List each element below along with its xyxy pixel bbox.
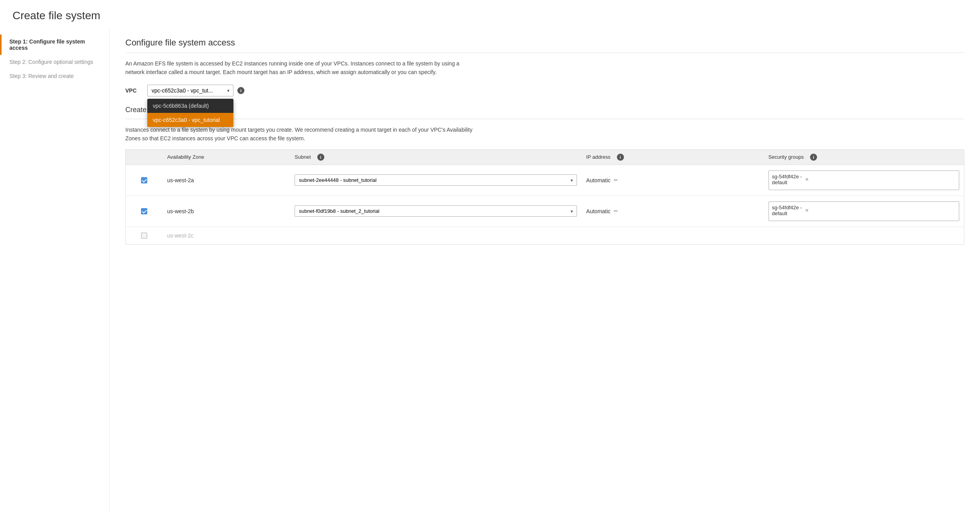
sidebar: Step 1: Configure file system access Ste… xyxy=(0,28,110,512)
sidebar-item-step3[interactable]: Step 3: Review and create xyxy=(0,69,109,83)
row3-subnet-cell xyxy=(290,227,581,244)
row1-sg-text: sg-54fdf42e -default xyxy=(772,174,802,185)
row2-sg-cell: sg-54fdf42e -default ✕ xyxy=(764,196,964,227)
row1-sg-container: sg-54fdf42e -default ✕ xyxy=(768,170,959,190)
row2-sg-text: sg-54fdf42e -default xyxy=(772,205,802,216)
row1-sg-cell: sg-54fdf42e -default ✕ xyxy=(764,165,964,196)
table-row: us-west-2a subnet-2ee44448 - subnet_tuto… xyxy=(126,165,964,196)
row2-sg-container: sg-54fdf42e -default ✕ xyxy=(768,201,959,221)
table-header-row: Availability Zone Subnet i IP address i xyxy=(126,149,964,165)
vpc-dropdown: vpc-5c6b863a (default) vpc-c652c3a0 - vp… xyxy=(147,99,233,127)
sidebar-item-step2[interactable]: Step 2: Configure optional settings xyxy=(0,55,109,69)
col-check-header xyxy=(126,149,163,165)
row2-az-text: us-west-2b xyxy=(167,208,194,214)
col-subnet-header: Subnet i xyxy=(290,149,581,165)
row2-ip-cell: Automatic ✏ xyxy=(582,196,764,227)
row3-az-text: us-west-2c xyxy=(167,232,194,239)
vpc-option-tutorial[interactable]: vpc-c652c3a0 - vpc_tutorial xyxy=(147,113,233,127)
row3-az-cell: us-west-2c xyxy=(163,227,290,244)
mount-section-title: Create mount targets xyxy=(125,106,964,114)
vpc-option-default[interactable]: vpc-5c6b863a (default) xyxy=(147,99,233,113)
row3-check-cell xyxy=(126,227,163,244)
vpc-info-icon[interactable]: i xyxy=(237,87,244,94)
row2-az-cell: us-west-2b xyxy=(163,196,290,227)
sidebar-item-step1[interactable]: Step 1: Configure file system access xyxy=(0,34,109,55)
vpc-select[interactable]: vpc-c652c3a0 - vpc_tut... xyxy=(147,85,233,96)
row1-check-cell xyxy=(126,165,163,196)
row3-checkbox[interactable] xyxy=(141,232,147,239)
row2-subnet-cell: subnet-f0df19b8 - subnet_2_tutorial ▼ xyxy=(290,196,581,227)
sg-info-icon[interactable]: i xyxy=(810,154,817,161)
ip-info-icon[interactable]: i xyxy=(617,154,624,161)
row3-sg-cell xyxy=(764,227,964,244)
row1-az-cell: us-west-2a xyxy=(163,165,290,196)
table-row: us-west-2c xyxy=(126,227,964,244)
row1-sg-remove-icon[interactable]: ✕ xyxy=(805,177,809,182)
row1-checkbox[interactable] xyxy=(141,177,147,183)
row2-sg-tag: sg-54fdf42e -default ✕ xyxy=(772,205,809,216)
mount-targets-table: Availability Zone Subnet i IP address i xyxy=(125,149,964,245)
row1-edit-icon[interactable]: ✏ xyxy=(614,177,618,183)
page-title: Create file system xyxy=(0,0,980,28)
configure-section-title: Configure file system access xyxy=(125,38,964,48)
mount-description: Instances connect to a file system by us… xyxy=(125,125,478,143)
col-az-header: Availability Zone xyxy=(163,149,290,165)
row1-ip-text: Automatic xyxy=(586,177,611,183)
vpc-label: VPC xyxy=(125,87,141,94)
row1-sg-tag: sg-54fdf42e -default ✕ xyxy=(772,174,809,185)
table-row: us-west-2b subnet-f0df19b8 - subnet_2_tu… xyxy=(126,196,964,227)
row2-checkbox[interactable] xyxy=(141,208,147,214)
col-sg-header: Security groups i xyxy=(764,149,964,165)
row2-check-cell xyxy=(126,196,163,227)
row2-ip-text: Automatic xyxy=(586,208,611,214)
vpc-row: VPC vpc-c652c3a0 - vpc_tut... ▼ vpc-5c6b… xyxy=(125,85,964,96)
row1-az-text: us-west-2a xyxy=(167,177,194,183)
configure-description: An Amazon EFS file system is accessed by… xyxy=(125,59,478,77)
row3-ip-cell xyxy=(582,227,764,244)
vpc-select-container: vpc-c652c3a0 - vpc_tut... ▼ vpc-5c6b863a… xyxy=(147,85,233,96)
subnet-info-icon[interactable]: i xyxy=(317,154,324,161)
row2-sg-remove-icon[interactable]: ✕ xyxy=(805,208,809,213)
row1-subnet-cell: subnet-2ee44448 - subnet_tutorial ▼ xyxy=(290,165,581,196)
row2-subnet-select[interactable]: subnet-f0df19b8 - subnet_2_tutorial xyxy=(295,205,577,217)
mount-section-divider xyxy=(125,119,964,119)
row2-edit-icon[interactable]: ✏ xyxy=(614,208,618,214)
col-ip-header: IP address i xyxy=(582,149,764,165)
main-content: Configure file system access An Amazon E… xyxy=(110,28,980,512)
row1-ip-cell: Automatic ✏ xyxy=(582,165,764,196)
row1-subnet-select[interactable]: subnet-2ee44448 - subnet_tutorial xyxy=(295,174,577,186)
section-divider xyxy=(125,53,964,53)
